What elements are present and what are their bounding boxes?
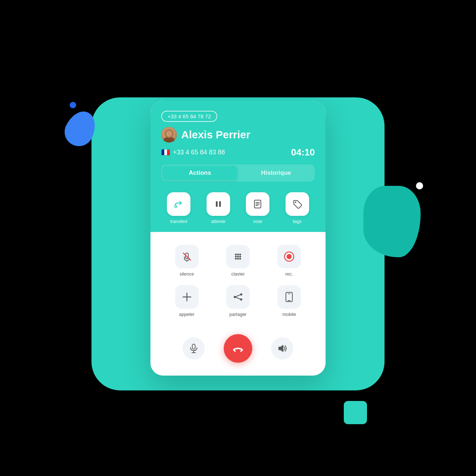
tag-icon	[292, 199, 302, 209]
microphone-icon	[189, 343, 198, 353]
action-btn-tags-wrap: tags	[286, 192, 309, 224]
action-btn-note-wrap: note	[246, 192, 269, 224]
hangup-button[interactable]	[224, 334, 252, 363]
deco-blue-dot	[70, 102, 76, 108]
svg-point-14	[235, 256, 237, 257]
deco-teal-square	[344, 401, 367, 424]
mobile-icon	[285, 292, 293, 302]
tags-label: tags	[293, 219, 302, 224]
partager-button[interactable]	[226, 285, 250, 309]
bottom-controls	[161, 331, 315, 365]
svg-line-27	[236, 295, 240, 297]
clavier-label: clavier	[231, 271, 245, 277]
transfert-label: transfert	[170, 219, 187, 224]
mobile-label: mobile	[282, 312, 296, 317]
keypad-icon	[233, 251, 243, 262]
note-button[interactable]	[246, 192, 269, 216]
note-label: note	[253, 219, 262, 224]
phone-number-badge: +33 4 65 84 78 72	[161, 111, 217, 122]
silence-label: silence	[179, 271, 194, 277]
deco-teal-blob	[363, 186, 421, 257]
svg-rect-32	[192, 344, 195, 349]
grid-btn-clavier-wrap: clavier	[212, 241, 263, 281]
svg-point-12	[237, 253, 239, 255]
speaker-button[interactable]	[271, 337, 293, 360]
scene: +33 4 65 84 78 72 Alexis Perrier 🇫🇷 +33 …	[0, 0, 476, 476]
mobile-button[interactable]	[277, 285, 301, 309]
grid-btn-mobile-wrap: mobile	[264, 281, 315, 321]
svg-marker-37	[279, 345, 283, 352]
svg-point-19	[239, 258, 241, 259]
svg-point-15	[237, 256, 239, 257]
card-header: +33 4 65 84 78 72 Alexis Perrier 🇫🇷 +33 …	[150, 101, 326, 189]
tab-historique[interactable]: Historique	[239, 166, 313, 180]
action-buttons-row: transfert attente	[161, 192, 315, 224]
transfer-icon	[173, 199, 184, 209]
svg-rect-1	[216, 201, 218, 207]
caller-name: Alexis Perrier	[181, 129, 250, 141]
add-call-icon	[182, 292, 192, 302]
svg-point-16	[239, 256, 241, 257]
caller-info: Alexis Perrier	[161, 127, 315, 143]
flag-emoji: 🇫🇷	[161, 148, 170, 157]
tags-button[interactable]	[286, 192, 309, 216]
svg-point-18	[237, 258, 239, 259]
note-icon	[253, 199, 263, 209]
action-btn-attente-wrap: attente	[207, 192, 230, 224]
action-btn-transfert-wrap: transfert	[167, 192, 190, 224]
grid-actions: silence	[161, 241, 315, 321]
transfert-button[interactable]	[167, 192, 190, 216]
hangup-icon	[232, 342, 244, 355]
svg-rect-2	[219, 201, 221, 207]
phone-card: +33 4 65 84 78 72 Alexis Perrier 🇫🇷 +33 …	[150, 101, 326, 376]
avatar-face	[161, 127, 177, 143]
attente-label: attente	[211, 219, 225, 224]
lower-section: silence	[150, 232, 326, 376]
speaker-icon	[277, 344, 287, 353]
svg-line-36	[241, 350, 242, 351]
svg-line-28	[236, 297, 240, 299]
appeler-button[interactable]	[175, 285, 199, 309]
grid-btn-silence-wrap: silence	[161, 241, 212, 281]
svg-point-13	[239, 253, 241, 255]
caller-number-row: 🇫🇷 +33 4 65 84 83 88 04:10	[161, 147, 315, 158]
tabs-row: Actions Historique	[161, 164, 315, 182]
svg-point-25	[240, 293, 242, 296]
caller-number: 🇫🇷 +33 4 65 84 83 88	[161, 148, 225, 157]
pause-icon	[213, 199, 223, 209]
actions-section: transfert attente	[150, 189, 326, 232]
grid-btn-rec-wrap: rec.	[264, 241, 315, 281]
svg-point-21	[287, 254, 292, 259]
share-icon	[233, 292, 243, 302]
svg-point-11	[235, 253, 237, 255]
record-icon	[284, 251, 294, 262]
svg-point-0	[175, 205, 177, 208]
mute-icon	[182, 251, 192, 262]
partager-label: partager	[229, 312, 247, 317]
svg-rect-30	[288, 300, 291, 301]
avatar	[161, 127, 177, 143]
svg-point-24	[234, 296, 236, 298]
mic-button[interactable]	[183, 337, 205, 360]
svg-line-35	[234, 350, 235, 351]
rec-button[interactable]	[277, 245, 301, 268]
caller-number-text: +33 4 65 84 83 88	[173, 149, 225, 156]
appeler-label: appeler	[179, 312, 194, 317]
tab-actions[interactable]: Actions	[163, 166, 237, 180]
svg-point-7	[295, 202, 296, 203]
svg-point-26	[240, 298, 242, 301]
grid-btn-partager-wrap: partager	[212, 281, 263, 321]
grid-btn-appeler-wrap: appeler	[161, 281, 212, 321]
svg-point-17	[235, 258, 237, 259]
clavier-button[interactable]	[226, 245, 250, 268]
attente-button[interactable]	[207, 192, 230, 216]
rec-label: rec.	[285, 271, 293, 277]
silence-button[interactable]	[175, 245, 199, 268]
deco-white-dot	[416, 182, 423, 189]
call-timer: 04:10	[291, 147, 315, 158]
